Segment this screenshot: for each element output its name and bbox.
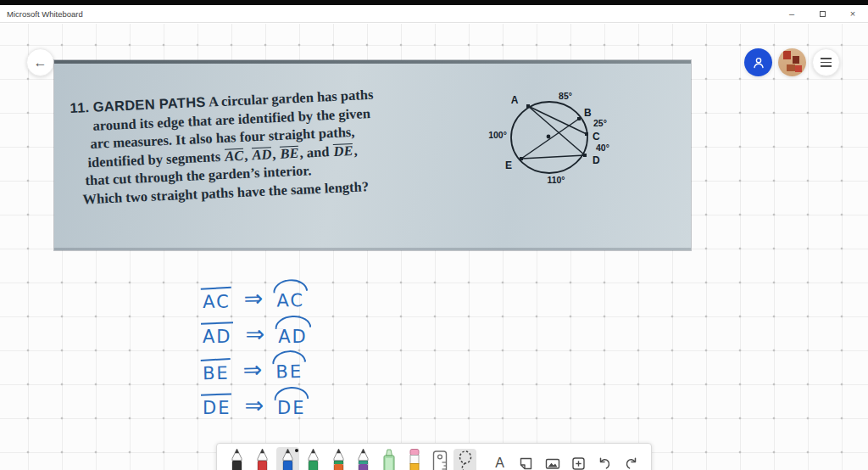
blue-pen[interactable] bbox=[276, 447, 299, 470]
circle-diagram: A B C D E 85° 25° 40° 110° 100° bbox=[460, 74, 630, 193]
arc-label-EA: 100° bbox=[488, 130, 507, 140]
insert-plus-icon bbox=[570, 456, 587, 470]
eraser-icon bbox=[406, 447, 423, 470]
point-A bbox=[526, 104, 530, 108]
lasso-icon bbox=[456, 450, 475, 470]
ink-arc-AD: AD bbox=[275, 324, 310, 347]
ink-notes: AC ⇒ AC AD ⇒ AD BE ⇒ BE DE ⇒ DE bbox=[200, 287, 310, 429]
minimize-icon: – bbox=[789, 8, 794, 19]
image-tool[interactable] bbox=[539, 449, 565, 470]
arc-label-DE: 110° bbox=[547, 175, 565, 185]
black-pen[interactable] bbox=[225, 447, 248, 470]
text-run: , bbox=[353, 142, 358, 158]
close-button[interactable]: × bbox=[837, 5, 868, 22]
chords bbox=[521, 106, 587, 159]
user-avatar[interactable] bbox=[778, 48, 806, 76]
ink-arc-DE: DE bbox=[275, 395, 308, 418]
arc-label-BC: 25° bbox=[593, 118, 607, 128]
pen-icon bbox=[228, 447, 246, 470]
segment-AC: AC bbox=[224, 148, 245, 165]
orange-pen[interactable] bbox=[327, 447, 350, 470]
label-E: E bbox=[505, 159, 512, 171]
problem-number: 11. bbox=[70, 99, 90, 115]
redo-button[interactable] bbox=[618, 449, 644, 470]
problem-text: 11. GARDEN PATHS A circular garden has p… bbox=[68, 86, 378, 210]
maximize-icon bbox=[820, 11, 826, 17]
ink-arrow: ⇒ bbox=[246, 322, 265, 345]
back-arrow-icon: ← bbox=[34, 55, 47, 70]
label-A: A bbox=[511, 94, 519, 106]
green-pen[interactable] bbox=[302, 447, 325, 470]
ink-row-AD[interactable]: AD ⇒ AD bbox=[200, 322, 310, 348]
window-controls: – × bbox=[776, 5, 868, 22]
point-E bbox=[520, 157, 523, 160]
insert-tool[interactable] bbox=[565, 449, 592, 470]
object-tools: A bbox=[487, 447, 644, 470]
pen-icon bbox=[330, 447, 348, 470]
close-icon: × bbox=[850, 8, 855, 19]
sign-in-button[interactable] bbox=[744, 48, 772, 76]
ink-segment-BE: BE bbox=[200, 360, 232, 383]
highlighter-tool[interactable] bbox=[377, 447, 400, 470]
label-C: C bbox=[593, 131, 600, 143]
pen-icon bbox=[253, 447, 271, 470]
pen-icon bbox=[354, 447, 372, 470]
label-D: D bbox=[593, 154, 600, 166]
highlighter-icon bbox=[380, 447, 398, 470]
ink-segment-AD: AD bbox=[200, 324, 235, 347]
undo-button[interactable] bbox=[592, 449, 618, 470]
ink-segment-AC: AC bbox=[200, 288, 233, 312]
text-tool-icon: A bbox=[495, 456, 504, 470]
center-point bbox=[547, 135, 551, 139]
ink-arrow: ⇒ bbox=[242, 358, 262, 381]
purple-pen[interactable] bbox=[353, 447, 376, 470]
ink-arrow: ⇒ bbox=[244, 394, 264, 417]
menu-button[interactable] bbox=[812, 48, 840, 76]
text-run: , and bbox=[299, 143, 333, 161]
ink-segment-DE: DE bbox=[200, 395, 233, 418]
ink-arrow: ⇒ bbox=[243, 287, 263, 310]
titlebar: Microsoft Whiteboard – × bbox=[0, 5, 868, 23]
segment-DE: DE bbox=[332, 143, 354, 159]
red-pen[interactable] bbox=[251, 447, 274, 470]
minimize-button[interactable]: – bbox=[776, 5, 807, 22]
pen-icon bbox=[304, 447, 322, 470]
ink-arc-BE: BE bbox=[273, 358, 305, 382]
text-tool[interactable]: A bbox=[487, 449, 513, 470]
lasso-select-tool[interactable] bbox=[453, 449, 476, 470]
arc-label-AB: 85° bbox=[559, 91, 572, 101]
ink-arc-AC: AC bbox=[274, 287, 307, 311]
ink-row-BE[interactable]: BE ⇒ BE bbox=[200, 357, 310, 385]
point-C bbox=[585, 132, 588, 136]
redo-icon bbox=[623, 456, 639, 470]
arc-label-CD: 40° bbox=[596, 143, 609, 153]
whiteboard-canvas[interactable]: ← 11. GARDEN PATHS A circular garden has… bbox=[0, 24, 868, 470]
ruler-tool[interactable] bbox=[428, 449, 451, 470]
image-icon bbox=[544, 456, 561, 470]
top-right-buttons bbox=[744, 48, 840, 76]
window-title: Microsoft Whiteboard bbox=[7, 9, 83, 19]
person-icon bbox=[752, 56, 765, 70]
maximize-button[interactable] bbox=[807, 5, 837, 22]
drawing-toolbar: A bbox=[216, 443, 652, 470]
note-tool[interactable] bbox=[513, 449, 539, 470]
back-button[interactable]: ← bbox=[26, 48, 54, 76]
problem-title: GARDEN PATHS bbox=[92, 94, 206, 115]
ruler-icon bbox=[431, 450, 449, 470]
segment-AD: AD bbox=[251, 146, 273, 163]
point-B bbox=[577, 117, 581, 120]
segment-BE: BE bbox=[279, 145, 300, 162]
pen-icon bbox=[279, 447, 297, 470]
problem-image[interactable]: 11. GARDEN PATHS A circular garden has p… bbox=[54, 60, 691, 250]
ink-row-DE[interactable]: DE ⇒ DE bbox=[200, 394, 310, 419]
point-D bbox=[583, 154, 587, 157]
ink-row-AC[interactable]: AC ⇒ AC bbox=[200, 286, 310, 313]
label-B: B bbox=[584, 107, 592, 119]
hamburger-icon bbox=[821, 58, 832, 67]
sticky-note-icon bbox=[518, 456, 534, 470]
eraser-tool[interactable] bbox=[403, 447, 426, 470]
chord-ED bbox=[521, 155, 585, 159]
undo-icon bbox=[597, 456, 613, 470]
